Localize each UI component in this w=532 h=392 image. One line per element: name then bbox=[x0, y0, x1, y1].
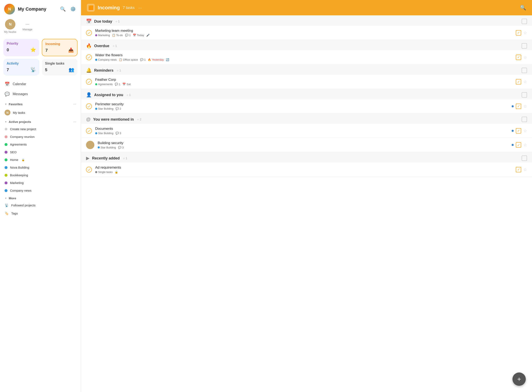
followed-projects-item[interactable]: 📡 Followed projects bbox=[0, 201, 81, 209]
task-actions: ✓ ☆ bbox=[516, 167, 527, 172]
my-tasks-avatar: N bbox=[5, 110, 10, 115]
project-item[interactable]: SEO bbox=[0, 148, 81, 156]
project-item[interactable]: Nova Building bbox=[0, 164, 81, 171]
task-row: Water the flowers Company news 📋 Office … bbox=[81, 50, 532, 64]
incoming-card[interactable]: Incoming 7 📥 bbox=[42, 39, 78, 56]
star-button[interactable]: ☆ bbox=[523, 167, 527, 172]
section-icon: ▶ bbox=[86, 155, 90, 161]
project-name-label: Agreements bbox=[10, 143, 27, 146]
section-title: You were mentioned in bbox=[93, 117, 134, 122]
project-item[interactable]: Home 🔒 bbox=[0, 156, 81, 164]
tags-item[interactable]: 🏷️ Tags bbox=[0, 209, 81, 217]
meta-icon: 🎤 bbox=[146, 34, 150, 37]
section-sub-count: ○ 1 bbox=[123, 157, 127, 160]
section-check-button[interactable] bbox=[522, 19, 527, 24]
project-item[interactable]: Marketing bbox=[0, 179, 81, 187]
task-meta: Company news 📋 Office space 💬 1 🔥 Yester… bbox=[95, 58, 513, 61]
task-complete-button[interactable]: ✓ bbox=[516, 30, 521, 36]
project-dot bbox=[95, 171, 97, 173]
section-recently-added: ▶ Recently added ○ 1 bbox=[81, 152, 532, 163]
task-complete-button[interactable]: ✓ bbox=[516, 55, 521, 60]
section-icon: 🔔 bbox=[86, 68, 92, 73]
meta-icon: 💬 bbox=[140, 58, 143, 61]
filter-button[interactable]: 🔍 bbox=[520, 5, 526, 11]
meta-icon: 💬 bbox=[118, 146, 121, 149]
project-item[interactable]: Agreements bbox=[0, 140, 81, 148]
section-check-button[interactable] bbox=[522, 43, 527, 49]
project-item[interactable]: Bookkeeping bbox=[0, 171, 81, 179]
my-tasks-item[interactable]: N My tasks bbox=[0, 107, 81, 117]
task-lock-tag: 🔒 bbox=[115, 170, 118, 174]
unread-dot bbox=[512, 105, 514, 107]
task-project-tag: Star Building bbox=[95, 132, 114, 135]
section-check-button[interactable] bbox=[522, 117, 527, 122]
task-complete-button[interactable]: ✓ bbox=[516, 79, 521, 84]
star-button[interactable]: ☆ bbox=[523, 128, 527, 133]
task-checkbox[interactable] bbox=[86, 167, 92, 173]
favorites-arrow-icon: ▼ bbox=[5, 103, 7, 106]
task-project-tag: Star Building bbox=[98, 146, 116, 149]
task-complete-button[interactable]: ✓ bbox=[516, 128, 521, 134]
search-button[interactable]: 🔍 bbox=[59, 6, 66, 13]
star-button[interactable]: ☆ bbox=[523, 104, 527, 109]
section-title: Reminders bbox=[94, 68, 114, 73]
task-meta-tag: 🔄 bbox=[166, 58, 169, 61]
user-avatar[interactable]: N bbox=[5, 19, 15, 29]
project-name-label: Bookkeeping bbox=[10, 173, 28, 177]
lock-icon: 🔒 bbox=[115, 170, 118, 174]
section-sub-count: ○ 1 bbox=[115, 20, 120, 23]
task-checkbox[interactable] bbox=[86, 54, 92, 60]
manage-dots-icon[interactable]: ··· bbox=[26, 22, 29, 27]
task-name: Perimeter security bbox=[95, 102, 508, 106]
priority-card[interactable]: Priority 0 ⭐ bbox=[3, 39, 39, 56]
section-check-button[interactable] bbox=[522, 155, 527, 161]
priority-count: 0 bbox=[7, 47, 9, 52]
create-project-icon: + bbox=[5, 128, 8, 131]
activity-card[interactable]: Activity 7 📡 bbox=[3, 59, 39, 75]
star-button[interactable]: ☆ bbox=[523, 55, 527, 60]
project-item[interactable]: + Create new project bbox=[0, 125, 81, 133]
task-info: Water the flowers Company news 📋 Office … bbox=[95, 53, 513, 61]
user-label: My Nozbe bbox=[4, 30, 16, 33]
task-checkbox[interactable] bbox=[86, 103, 92, 109]
meta-icon: 💬 bbox=[115, 132, 119, 135]
add-task-fab-button[interactable]: + bbox=[513, 373, 526, 386]
project-item[interactable]: Company reunion bbox=[0, 133, 81, 140]
favorites-more-button[interactable]: ··· bbox=[73, 102, 76, 106]
calendar-nav-item[interactable]: 📅 Calendar bbox=[0, 79, 81, 89]
section-check-button[interactable] bbox=[522, 92, 527, 98]
star-button[interactable]: ☆ bbox=[523, 30, 527, 35]
project-item[interactable]: Company news bbox=[0, 187, 81, 194]
project-name-label: Marketing bbox=[10, 181, 24, 185]
followed-icon: 📡 bbox=[5, 203, 9, 207]
active-projects-more-button[interactable]: ··· bbox=[73, 120, 76, 124]
task-row: Documents Star Building 💬 3 ✓ ☆ bbox=[81, 124, 532, 138]
task-meta-tag: 📋 Office space bbox=[119, 58, 138, 61]
incoming-label: Incoming bbox=[46, 42, 74, 46]
project-dot bbox=[95, 83, 97, 85]
calendar-label: Calendar bbox=[13, 82, 26, 86]
task-complete-button[interactable]: ✓ bbox=[516, 167, 521, 172]
task-info: Feather Corp Agreements 💬 1 📅 Sat bbox=[95, 78, 513, 86]
star-button[interactable]: ☆ bbox=[523, 79, 527, 84]
task-complete-button[interactable]: ✓ bbox=[516, 104, 521, 109]
single-tasks-card[interactable]: Single tasks 5 👥 bbox=[42, 59, 78, 75]
main-header: 🟧 Incoming 7 tasks ··· 🔍 bbox=[81, 0, 532, 15]
task-meta-tag: 📅 Today bbox=[133, 34, 144, 37]
task-checkbox[interactable] bbox=[86, 79, 92, 85]
task-checkbox[interactable] bbox=[86, 30, 92, 36]
task-complete-button[interactable]: ✓ bbox=[516, 142, 521, 148]
header-dots-button[interactable]: ··· bbox=[138, 5, 142, 10]
task-actions: ✓ ☆ bbox=[516, 30, 527, 36]
star-button[interactable]: ☆ bbox=[523, 142, 527, 147]
settings-button[interactable]: ⚙️ bbox=[69, 6, 77, 13]
meta-icon: 💬 bbox=[115, 107, 119, 110]
project-name-label: Home bbox=[10, 158, 18, 162]
single-tasks-count: 5 bbox=[45, 67, 48, 72]
section-check-button[interactable] bbox=[522, 68, 527, 73]
task-info: Perimeter security Star Building 💬 2 bbox=[95, 102, 508, 110]
section-icon: @ bbox=[86, 117, 91, 122]
project-dot bbox=[98, 146, 100, 149]
messages-nav-item[interactable]: 💬 Messages bbox=[0, 89, 81, 99]
task-checkbox[interactable] bbox=[86, 128, 92, 134]
